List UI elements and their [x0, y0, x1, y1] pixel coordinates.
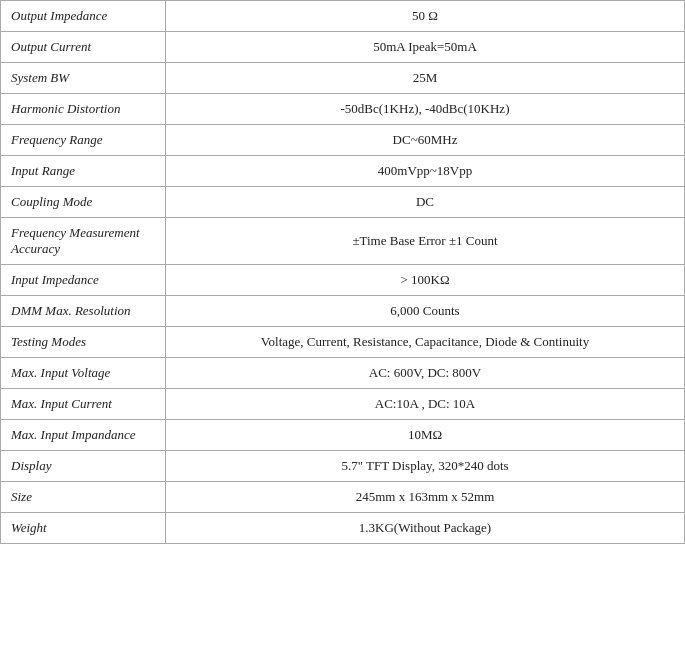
table-row: Max. Input VoltageAC: 600V, DC: 800V: [1, 358, 685, 389]
spec-value: AC: 600V, DC: 800V: [166, 358, 685, 389]
table-row: Output Current50mA Ipeak=50mA: [1, 32, 685, 63]
spec-value: 245mm x 163mm x 52mm: [166, 482, 685, 513]
spec-value: -50dBc(1KHz), -40dBc(10KHz): [166, 94, 685, 125]
spec-value: 5.7" TFT Display, 320*240 dots: [166, 451, 685, 482]
spec-label: DMM Max. Resolution: [1, 296, 166, 327]
table-row: Input Range400mVpp~18Vpp: [1, 156, 685, 187]
spec-label: Frequency Measurement Accuracy: [1, 218, 166, 265]
spec-label: Output Impedance: [1, 1, 166, 32]
spec-value: 6,000 Counts: [166, 296, 685, 327]
spec-value: DC: [166, 187, 685, 218]
specs-table: Output Impedance50 ΩOutput Current50mA I…: [0, 0, 685, 544]
table-row: Max. Input CurrentAC:10A , DC: 10A: [1, 389, 685, 420]
spec-label: Size: [1, 482, 166, 513]
spec-label: Max. Input Impandance: [1, 420, 166, 451]
table-row: System BW25M: [1, 63, 685, 94]
spec-label: Max. Input Current: [1, 389, 166, 420]
table-row: Weight1.3KG(Without Package): [1, 513, 685, 544]
spec-label: Max. Input Voltage: [1, 358, 166, 389]
spec-label: Output Current: [1, 32, 166, 63]
spec-label: Display: [1, 451, 166, 482]
spec-value: AC:10A , DC: 10A: [166, 389, 685, 420]
spec-label: Input Range: [1, 156, 166, 187]
spec-label: Harmonic Distortion: [1, 94, 166, 125]
spec-label: Weight: [1, 513, 166, 544]
table-row: Display5.7" TFT Display, 320*240 dots: [1, 451, 685, 482]
spec-label: Coupling Mode: [1, 187, 166, 218]
spec-label: Testing Modes: [1, 327, 166, 358]
table-row: Input Impedance> 100KΩ: [1, 265, 685, 296]
table-row: DMM Max. Resolution6,000 Counts: [1, 296, 685, 327]
spec-value: > 100KΩ: [166, 265, 685, 296]
spec-value: ±Time Base Error ±1 Count: [166, 218, 685, 265]
table-row: Frequency RangeDC~60MHz: [1, 125, 685, 156]
table-row: Size245mm x 163mm x 52mm: [1, 482, 685, 513]
spec-label: Input Impedance: [1, 265, 166, 296]
table-row: Max. Input Impandance10MΩ: [1, 420, 685, 451]
table-row: Frequency Measurement Accuracy±Time Base…: [1, 218, 685, 265]
table-row: Output Impedance50 Ω: [1, 1, 685, 32]
spec-label: Frequency Range: [1, 125, 166, 156]
spec-value: 400mVpp~18Vpp: [166, 156, 685, 187]
spec-value: 25M: [166, 63, 685, 94]
table-row: Harmonic Distortion-50dBc(1KHz), -40dBc(…: [1, 94, 685, 125]
table-row: Testing ModesVoltage, Current, Resistanc…: [1, 327, 685, 358]
table-row: Coupling ModeDC: [1, 187, 685, 218]
spec-value: 1.3KG(Without Package): [166, 513, 685, 544]
spec-value: DC~60MHz: [166, 125, 685, 156]
spec-value: 10MΩ: [166, 420, 685, 451]
spec-label: System BW: [1, 63, 166, 94]
spec-value: 50 Ω: [166, 1, 685, 32]
spec-value: Voltage, Current, Resistance, Capacitanc…: [166, 327, 685, 358]
spec-value: 50mA Ipeak=50mA: [166, 32, 685, 63]
